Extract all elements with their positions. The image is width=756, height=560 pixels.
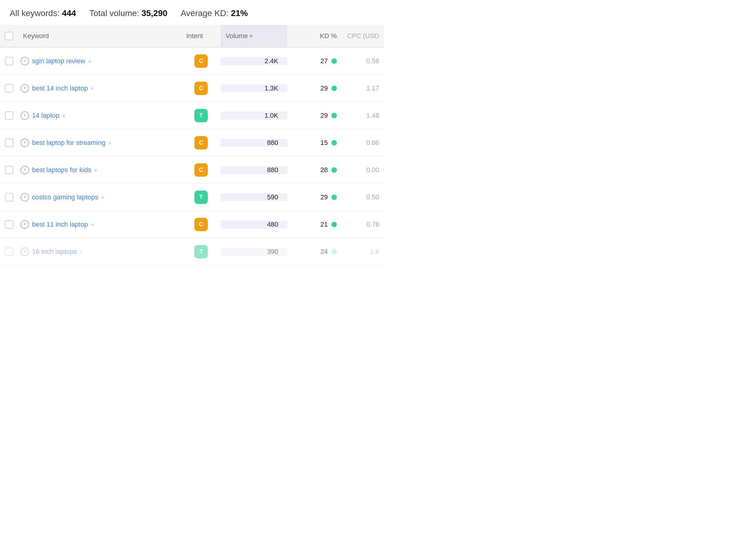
chevron-double-icon[interactable]: » <box>91 222 94 227</box>
header-checkbox-cell <box>0 25 18 47</box>
volume-cell: 880 <box>221 139 287 147</box>
kd-cell: 27 <box>287 57 342 65</box>
chevron-double-icon[interactable]: » <box>80 249 83 255</box>
cpc-cell: 0.00 <box>342 166 384 174</box>
add-keyword-icon[interactable]: + <box>21 220 29 229</box>
kd-cell: 21 <box>287 221 342 228</box>
row-checkbox-cell <box>0 57 18 65</box>
keyword-link[interactable]: sgin laptop review <box>32 57 85 65</box>
cpc-cell: 1.48 <box>342 112 384 120</box>
keyword-link[interactable]: best laptop for streaming <box>32 139 105 147</box>
total-volume-value: 35,290 <box>142 8 167 18</box>
volume-cell: 590 <box>221 193 287 201</box>
row-checkbox[interactable] <box>5 84 13 93</box>
keywords-table: Keyword Intent Volume ≡ KD % CPC (USD +s… <box>0 25 384 265</box>
row-checkbox-cell <box>0 139 18 147</box>
intent-badge: C <box>195 163 208 177</box>
keyword-header-label: Keyword <box>23 32 49 40</box>
kd-header-label: KD % <box>320 32 337 40</box>
intent-cell: C <box>181 136 221 149</box>
add-keyword-icon[interactable]: + <box>21 111 29 120</box>
average-kd-value: 21% <box>231 8 248 18</box>
total-volume-label: Total volume: <box>89 8 139 18</box>
cpc-cell: 0.86 <box>342 139 384 147</box>
row-checkbox[interactable] <box>5 139 13 147</box>
kd-value: 29 <box>321 84 328 92</box>
table-row: +best laptop for streaming»C880150.86 <box>0 129 384 156</box>
intent-badge: T <box>195 109 208 122</box>
chevron-double-icon[interactable]: » <box>101 195 104 200</box>
kd-dot <box>331 113 337 118</box>
summary-bar: All keywords: 444 Total volume: 35,290 A… <box>0 0 384 25</box>
volume-cell: 480 <box>221 221 287 228</box>
all-keywords-label: All keywords: <box>10 8 60 18</box>
add-keyword-icon[interactable]: + <box>21 166 29 174</box>
kd-cell: 28 <box>287 166 342 174</box>
keyword-link[interactable]: best 14 inch laptop <box>32 84 88 92</box>
kd-dot <box>331 249 337 255</box>
intent-cell: C <box>181 218 221 231</box>
keyword-cell: +16 inch laptops» <box>18 241 181 262</box>
kd-cell: 29 <box>287 193 342 201</box>
chevron-double-icon[interactable]: » <box>91 86 94 91</box>
kd-value: 27 <box>321 57 328 65</box>
keyword-cell: +best laptop for streaming» <box>18 133 181 153</box>
keyword-cell: +sgin laptop review» <box>18 51 181 72</box>
kd-dot <box>331 195 337 200</box>
kd-cell: 29 <box>287 84 342 92</box>
kd-cell: 29 <box>287 112 342 120</box>
table-row: +16 inch laptops»T390241.6 <box>0 238 384 265</box>
header-cpc: CPC (USD <box>342 25 384 47</box>
row-checkbox[interactable] <box>5 57 13 65</box>
table-row: +14 laptop»T1.0K291.48 <box>0 102 384 129</box>
chevron-double-icon[interactable]: » <box>88 58 91 64</box>
add-keyword-icon[interactable]: + <box>21 193 29 201</box>
intent-cell: C <box>181 163 221 177</box>
row-checkbox[interactable] <box>5 220 13 229</box>
row-checkbox[interactable] <box>5 166 13 174</box>
intent-cell: C <box>181 55 221 68</box>
chevron-double-icon[interactable]: » <box>63 113 65 118</box>
table-row: +best 11 inch laptop»C480210.78 <box>0 211 384 238</box>
row-checkbox-cell <box>0 193 18 201</box>
header-volume[interactable]: Volume ≡ <box>221 25 287 47</box>
row-checkbox-cell <box>0 166 18 174</box>
cpc-cell: 1.6 <box>342 248 384 256</box>
volume-sort-icon[interactable]: ≡ <box>249 33 252 39</box>
keyword-link[interactable]: costco gaming laptops <box>32 193 98 201</box>
keyword-cell: +best 11 inch laptop» <box>18 214 181 235</box>
keyword-link[interactable]: best laptops for kids <box>32 166 91 174</box>
table-row: +costco gaming laptops»T590290.50 <box>0 184 384 211</box>
cpc-cell: 0.78 <box>342 221 384 228</box>
chevron-double-icon[interactable]: » <box>94 167 97 173</box>
volume-cell: 2.4K <box>221 57 287 65</box>
row-checkbox-cell <box>0 247 18 256</box>
intent-badge: C <box>195 82 208 95</box>
keyword-link[interactable]: 16 inch laptops <box>32 248 77 256</box>
volume-cell: 880 <box>221 166 287 174</box>
table-row: +sgin laptop review»C2.4K270.56 <box>0 47 384 75</box>
intent-header-label: Intent <box>186 32 203 40</box>
keyword-cell: +costco gaming laptops» <box>18 187 181 207</box>
kd-value: 29 <box>321 193 328 201</box>
add-keyword-icon[interactable]: + <box>21 57 29 65</box>
row-checkbox[interactable] <box>5 193 13 201</box>
keyword-cell: +best laptops for kids» <box>18 160 181 180</box>
keyword-link[interactable]: 14 laptop <box>32 112 60 120</box>
chevron-double-icon[interactable]: » <box>108 140 111 145</box>
row-checkbox[interactable] <box>5 111 13 120</box>
table-row: +best laptops for kids»C880280.00 <box>0 156 384 184</box>
kd-value: 29 <box>321 112 328 120</box>
row-checkbox-cell <box>0 111 18 120</box>
intent-cell: T <box>181 109 221 122</box>
intent-badge: C <box>195 55 208 68</box>
kd-cell: 24 <box>287 248 342 256</box>
intent-badge: T <box>195 191 208 204</box>
select-all-checkbox[interactable] <box>5 32 13 40</box>
volume-cell: 1.3K <box>221 84 287 92</box>
add-keyword-icon[interactable]: + <box>21 247 29 256</box>
add-keyword-icon[interactable]: + <box>21 139 29 147</box>
keyword-link[interactable]: best 11 inch laptop <box>32 221 88 228</box>
add-keyword-icon[interactable]: + <box>21 84 29 93</box>
row-checkbox[interactable] <box>5 247 13 256</box>
